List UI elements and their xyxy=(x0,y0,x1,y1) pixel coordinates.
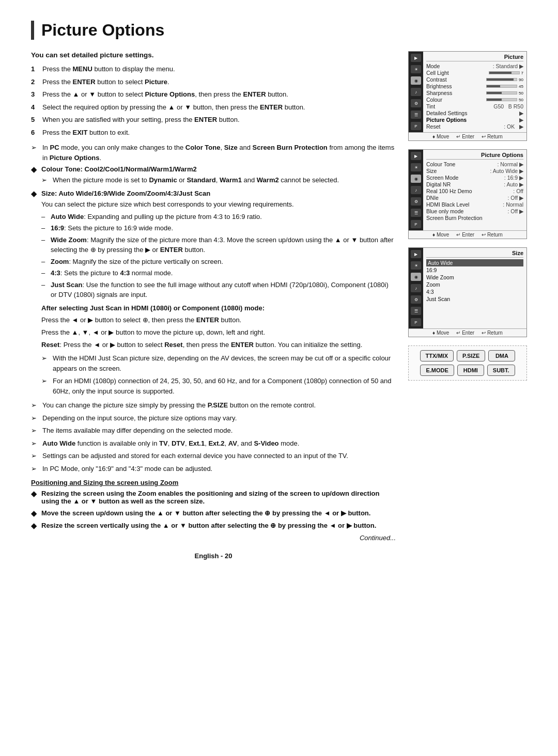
step-6: 6 Press the EXIT button to exit. xyxy=(31,128,396,138)
tv-icon-4b: ♪ xyxy=(411,186,421,194)
diamond-icon: ◆ xyxy=(31,509,38,517)
tv-sidebar-1: ▶ ☀ ◉ ♪ ⚙ ☰ P xyxy=(409,52,423,132)
tv-content-3: Size Auto Wide 16:9 Wide Zoom Zoom 4:3 J… xyxy=(423,248,526,328)
tv-icon-5b: ⚙ xyxy=(411,197,421,206)
size-panel: ▶ ☀ ◉ ♪ ⚙ ☰ P Size Auto Wide 16:9 Wide Z… xyxy=(408,247,527,337)
panel1-title: Picture xyxy=(426,54,523,61)
tv-icon-4: ♪ xyxy=(411,88,421,96)
arrow-icon: ➢ xyxy=(41,376,50,396)
tv-icon-4c: ♪ xyxy=(411,284,421,292)
remote-row-2: E.MODE HDMI SUBT. xyxy=(413,365,522,376)
tv-icon-3c: ◉ xyxy=(411,273,421,281)
arrow-icon: ➢ xyxy=(41,175,50,185)
remote-btn-subt: SUBT. xyxy=(487,365,515,376)
remote-btn-hdmi: HDMI xyxy=(457,365,484,376)
remote-btn-emode: E.MODE xyxy=(420,365,454,376)
remote-btn-dma: DMA xyxy=(488,350,515,361)
panel2-row-blueonly: Blue only mode : Off ▶ xyxy=(426,208,523,214)
step-num: 5 xyxy=(31,115,38,125)
arrow-icon: ➢ xyxy=(31,426,39,436)
arrow-icon: ➢ xyxy=(31,451,39,461)
arrow-icon: ➢ xyxy=(31,143,39,163)
page-title: Picture Options xyxy=(31,21,527,40)
tv-icon-2b: ☀ xyxy=(411,163,421,171)
step-num: 6 xyxy=(31,128,38,138)
step-num: 3 xyxy=(31,89,38,100)
diamond-icon: ◆ xyxy=(31,190,38,198)
panel1-row-colour: Colour 50 xyxy=(426,97,523,103)
panel1-row-reset: Reset : OK ▶ xyxy=(426,123,523,130)
step-num: 4 xyxy=(31,102,38,113)
tv-icon-5c: ⚙ xyxy=(411,295,421,304)
tv-sidebar-3: ▶ ☀ ◉ ♪ ⚙ ☰ P xyxy=(409,248,423,328)
tv-icon-6: ☰ xyxy=(411,111,421,119)
tv-content-1: Picture Mode : Standard ▶ Cell Light 7 C… xyxy=(423,52,526,132)
step-4: 4 Select the required option by pressing… xyxy=(31,102,396,113)
after-select-header: After selecting Just Scan in HDMI (1080i… xyxy=(41,303,396,313)
tv-content-2: Picture Options Colour Tone : Normal ▶ S… xyxy=(423,150,526,230)
tv-icon-6c: ☰ xyxy=(411,307,421,315)
tv-icon-2: ☀ xyxy=(411,65,421,73)
size-item-justscan: Just Scan xyxy=(426,295,523,303)
pc-mode-note: ➢ In PC mode, you can only make changes … xyxy=(31,143,396,163)
diamond-icon: ◆ xyxy=(31,490,38,505)
panel2-title: Picture Options xyxy=(426,152,523,160)
step-num: 2 xyxy=(31,77,38,87)
remote-panel: TTX/MIX P.SIZE DMA E.MODE HDMI SUBT. xyxy=(408,345,527,381)
panel1-row-sharpness: Sharpness 50 xyxy=(426,90,523,96)
note-pc-mode: ➢ In PC Mode, only "16:9" and "4:3" mode… xyxy=(31,464,396,474)
tv-icon-7c: P xyxy=(411,318,421,326)
colour-tone-sub: ➢ When the picture mode is set to Dynami… xyxy=(31,175,396,185)
size-autowide: – Auto Wide: Expanding and pulling up th… xyxy=(41,212,396,222)
tv-icon-7: P xyxy=(411,122,421,130)
arrow-icon: ➢ xyxy=(31,438,39,449)
panel2-row-colourtone: Colour Tone : Normal ▶ xyxy=(426,161,523,167)
panel2-row-size: Size : Auto Wide ▶ xyxy=(426,168,523,174)
size-item-autowide: Auto Wide xyxy=(426,259,523,266)
panel1-row-tint: Tint G50 B R50 xyxy=(426,103,523,109)
positioning-bullet-1: ◆ Resizing the screen using the Zoom ena… xyxy=(31,490,396,505)
panel3-title: Size xyxy=(426,250,523,258)
remote-row-1: TTX/MIX P.SIZE DMA xyxy=(413,350,522,361)
panel1-row-brightness: Brightness 45 xyxy=(426,83,523,89)
positioning-bullet-2: ◆ Move the screen up/down using the ▲ or… xyxy=(31,509,396,517)
tv-icon-7b: P xyxy=(411,220,421,228)
size-169: – 16:9: Sets the picture to 16:9 wide mo… xyxy=(41,223,396,233)
steps-list: 1 Press the MENU button to display the m… xyxy=(31,64,396,137)
continued-text: Continued... xyxy=(31,534,396,542)
right-panels: ▶ ☀ ◉ ♪ ⚙ ☰ P Picture Mode : Standard ▶ … xyxy=(408,51,527,560)
colour-tone-section: ◆ Colour Tone: Cool2/Cool1/Normal/Warm1/… xyxy=(31,165,396,185)
tv-icon-6b: ☰ xyxy=(411,209,421,217)
size-item-43: 4:3 xyxy=(426,288,523,295)
panel1-row-celllight: Cell Light 7 xyxy=(426,70,523,76)
positioning-bullet-3: ◆ Resize the screen vertically using the… xyxy=(31,522,396,530)
footer-line: English - 20 xyxy=(31,552,396,560)
tv-icon-1: ▶ xyxy=(411,54,421,62)
size-section: ◆ Size: Auto Wide/16:9/Wide Zoom/Zoom/4:… xyxy=(31,190,396,397)
diamond-icon: ◆ xyxy=(31,165,38,174)
note-psize: ➢ You can change the picture size simply… xyxy=(31,400,396,411)
tv-icon-3b: ◉ xyxy=(411,175,421,183)
panel1-row-pictureoptions: Picture Options ▶ xyxy=(426,117,523,123)
step-1: 1 Press the MENU button to display the m… xyxy=(31,64,396,74)
tv-icon-1c: ▶ xyxy=(411,250,421,258)
note-hdmi-justscan: ➢ With the HDMI Just Scan picture size, … xyxy=(41,353,396,373)
panel2-row-screenburn: Screen Burn Protection xyxy=(426,215,523,221)
panel1-row-mode: Mode : Standard ▶ xyxy=(426,63,523,69)
arrow-icon: ➢ xyxy=(31,400,39,411)
note-input-source: ➢ Depending on the input source, the pic… xyxy=(31,413,396,423)
note-hdmi-1080p: ➢ For an HDMI (1080p) connection of 24, … xyxy=(41,376,396,396)
panel2-row-hdmiblack: HDMI Black Level : Normal xyxy=(426,201,523,208)
arrow-icon: ➢ xyxy=(31,413,39,423)
size-header: ◆ Size: Auto Wide/16:9/Wide Zoom/Zoom/4:… xyxy=(31,190,396,198)
size-item-zoom: Zoom xyxy=(426,281,523,288)
size-justscan: – Just Scan: Use the function to see the… xyxy=(41,280,396,300)
panel2-row-dnie: DNIe : Off ▶ xyxy=(426,195,523,201)
size-widezoom: – Wide Zoom: Magnify the size of the pic… xyxy=(41,235,396,255)
panel1-row-detailed: Detailed Settings ▶ xyxy=(426,110,523,116)
size-item-169: 16:9 xyxy=(426,266,523,274)
picture-panel: ▶ ☀ ◉ ♪ ⚙ ☰ P Picture Mode : Standard ▶ … xyxy=(408,51,527,141)
step-5: 5 When you are satisfied with your setti… xyxy=(31,115,396,125)
main-content: You can set detailed picture settings. 1… xyxy=(31,51,396,560)
tv-sidebar-2: ▶ ☀ ◉ ♪ ⚙ ☰ P xyxy=(409,150,423,230)
